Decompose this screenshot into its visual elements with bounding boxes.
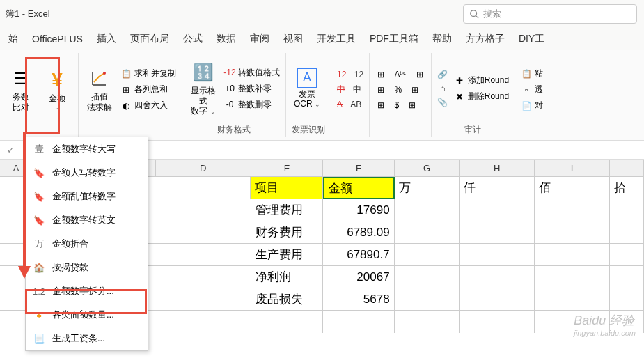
strike-a-button[interactable]: A AB [337, 100, 363, 109]
menu-item-split-amount[interactable]: 1:2金额数字拆分... [26, 279, 148, 303]
chart-icon [88, 67, 111, 91]
grid-icon: ⊞ [375, 84, 386, 95]
grid-dollar-button[interactable]: ⊞ $ ⊞ [375, 100, 425, 111]
tab-fangfang[interactable]: 方方格子 [466, 33, 505, 45]
cell-name[interactable]: 财务费用 [251, 221, 323, 244]
cell-name[interactable]: 生产费用 [251, 244, 323, 266]
number-format-icon: 🔢 [191, 61, 215, 84]
tab-review[interactable]: 审阅 [250, 33, 269, 45]
sum-icon: 📋 [120, 68, 132, 79]
home-icon: ⌂ [437, 83, 448, 94]
paste-icon: 📋 [521, 68, 532, 79]
menu-item-messy-to-num[interactable]: 🔖金额乱值转数字 [26, 185, 148, 208]
add-round-button[interactable]: ✚添加Round [454, 75, 509, 86]
integer-remove-zero-button[interactable]: -0整数删零 [224, 99, 280, 111]
menu-item-salary-slip[interactable]: 📃生成工资条... [26, 327, 148, 350]
chevron-down-icon: ⌄ [210, 108, 216, 115]
cell-name[interactable]: 废品损失 [251, 288, 323, 311]
yi-icon: 壹 [33, 143, 45, 155]
round-button[interactable]: ◐四舍六入 [120, 100, 176, 111]
tab-dev-tools[interactable]: 开发工具 [317, 33, 356, 45]
cell-value[interactable]: 5678 [323, 288, 395, 311]
delete-round-button[interactable]: ✖删除Round [454, 91, 509, 102]
paste-button[interactable]: 📋粘 [521, 68, 543, 79]
group-label-finance: 财务格式 [188, 124, 280, 136]
cell-name[interactable]: 净利润 [251, 266, 323, 288]
window-title: 簿1 - Excel [6, 8, 50, 20]
to-number-format-button[interactable]: -12转数值格式 [224, 67, 280, 79]
menu-item-convert[interactable]: 万金额折合 [26, 232, 148, 256]
tab-diy[interactable]: DIY工 [519, 33, 544, 45]
sum-copy-button[interactable]: 📋求和并复制 [120, 68, 176, 79]
wan-icon: 万 [33, 238, 45, 250]
ribbon-group-6: ⊞ Aᵇᶜ ⊞ ⊞ % ⊞ ⊞ $ ⊞ [370, 53, 432, 137]
integer-pad-zero-button[interactable]: +0整数补零 [224, 83, 280, 95]
header-qian[interactable]: 仟 [460, 177, 535, 199]
tab-view[interactable]: 视图 [283, 33, 303, 45]
group-label-invoice: 发票识别 [292, 124, 325, 136]
col-header-J[interactable] [610, 160, 644, 177]
header-wan[interactable]: 万 [395, 177, 460, 199]
cell-value[interactable]: 67890.7 [323, 244, 395, 266]
formula-check-icon[interactable]: ✓ [0, 145, 22, 155]
col-header-I[interactable]: I [535, 160, 610, 177]
invoice-ocr-button[interactable]: A 发票OCR ⌄ [292, 54, 322, 123]
bookmark-icon: 🔖 [33, 214, 45, 226]
grid-percent-button[interactable]: ⊞ % ⊞ [375, 84, 425, 95]
tab-insert[interactable]: 插入 [97, 33, 116, 45]
header-project[interactable]: 项目 [251, 177, 322, 199]
grid-abc-button[interactable]: ⊞ Aᵇᶜ ⊞ [375, 69, 425, 80]
yen-icon: ¥ [33, 309, 45, 321]
display-format-button[interactable]: 🔢 显示格式数字 ⌄ [188, 54, 219, 123]
col-header-H[interactable]: H [460, 160, 535, 177]
menu-item-uppercase-to-num[interactable]: 🔖金额大写转数字 [26, 161, 148, 185]
col-header-F[interactable]: F [323, 160, 395, 177]
circle-icon: ◐ [120, 100, 132, 111]
square-icon: ▫ [521, 84, 532, 95]
transparent-button[interactable]: ▫透 [521, 84, 543, 95]
tab-data[interactable]: 数据 [217, 33, 236, 45]
link-icon: 🔗 [437, 69, 448, 80]
col-header-G[interactable]: G [395, 160, 460, 177]
strike-12-button[interactable]: 12 12 [337, 70, 363, 79]
header-amount[interactable]: 金额 [323, 177, 395, 199]
grid-icon: ⊞ [414, 69, 425, 80]
svg-line-1 [476, 16, 479, 19]
tab-formula[interactable]: 公式 [183, 33, 203, 45]
tab-officeplus[interactable]: OfficePLUS [32, 33, 83, 45]
menu-item-denomination[interactable]: ¥各类面额数量... [26, 303, 148, 327]
link-button-1[interactable]: 🔗 [437, 69, 448, 80]
menu-item-num-to-english[interactable]: 🔖金额数字转英文 [26, 208, 148, 232]
col-header-D[interactable]: D [156, 160, 251, 177]
tab-help[interactable]: 帮助 [432, 33, 452, 45]
table-icon: ⊞ [120, 84, 132, 95]
col-header-E[interactable]: E [251, 160, 323, 177]
menu-item-mortgage[interactable]: 🏠按揭贷款 [26, 256, 148, 279]
search-box[interactable]: 搜索 [463, 4, 637, 24]
cell-value[interactable]: 17690 [323, 199, 395, 221]
tab-start[interactable]: 始 [8, 33, 18, 45]
tab-pdf-toolbox[interactable]: PDF工具箱 [370, 33, 418, 45]
ribbon-tabs: 始 OfficePLUS 插入 页面布局 公式 数据 审阅 视图 开发工具 PD… [0, 28, 644, 50]
header-bai[interactable]: 佰 [535, 177, 610, 199]
compare-button-2[interactable]: 📄对 [521, 100, 543, 111]
compare-button[interactable]: ☰ 务数比对 [6, 54, 36, 125]
strike-cn-button[interactable]: 中 中 [337, 84, 363, 95]
ribbon-group-invoice: A 发票OCR ⌄ 发票识别 [286, 53, 331, 137]
interpolation-button[interactable]: 插值法求解 [84, 54, 115, 125]
link-button-3[interactable]: 📎 [437, 97, 448, 108]
header-shi[interactable]: 拾 [610, 177, 644, 199]
ribbon-group-2: 插值法求解 📋求和并复制 ⊞各列总和 ◐四舍六入 [79, 53, 182, 137]
amount-dropdown-button[interactable]: ¥ 金额 ⌄ [42, 54, 72, 125]
column-sum-button[interactable]: ⊞各列总和 [120, 84, 176, 95]
tab-page-layout[interactable]: 页面布局 [130, 33, 169, 45]
link-button-2[interactable]: ⌂ [437, 83, 448, 94]
grid-icon: ⊞ [375, 100, 386, 111]
amount-dropdown-menu: 壹金额数字转大写 🔖金额大写转数字 🔖金额乱值转数字 🔖金额数字转英文 万金额折… [25, 137, 148, 351]
cell-name[interactable]: 管理费用 [251, 199, 323, 221]
menu-item-to-uppercase[interactable]: 壹金额数字转大写 [26, 137, 148, 161]
cell-value[interactable]: 6789.09 [323, 221, 395, 244]
svg-point-0 [471, 10, 477, 17]
clip-icon: 📎 [437, 97, 448, 108]
cell-value[interactable]: 20067 [323, 266, 395, 288]
